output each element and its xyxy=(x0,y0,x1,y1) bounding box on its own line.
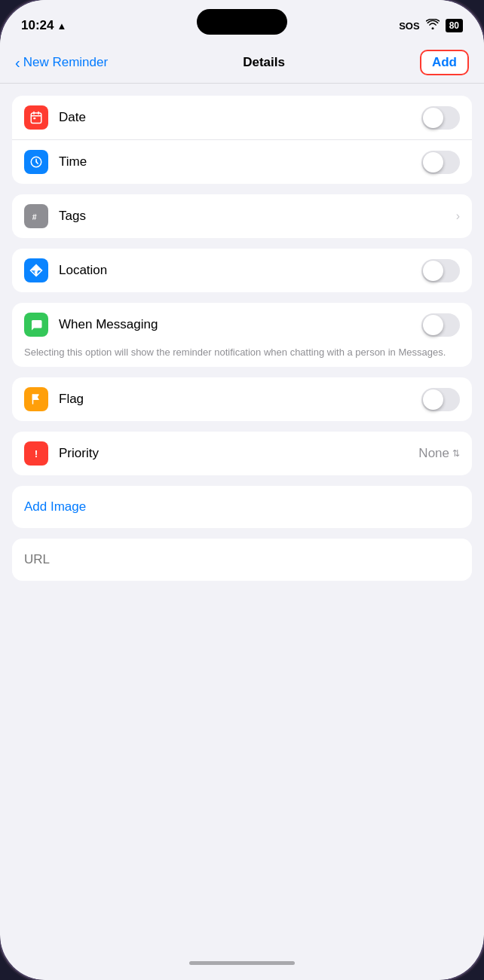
flag-label: Flag xyxy=(59,392,421,407)
location-label: Location xyxy=(59,263,421,278)
content-area: Date Time xyxy=(0,84,484,593)
status-right: SOS 80 xyxy=(399,19,463,32)
url-input[interactable] xyxy=(12,539,472,581)
phone-screen: 10:24 ▲ SOS 80 xyxy=(0,0,484,980)
add-button[interactable]: Add xyxy=(420,50,469,75)
svg-text:#: # xyxy=(32,212,37,221)
wifi-icon xyxy=(426,19,440,32)
flag-card: Flag xyxy=(12,377,472,421)
time-label: Time xyxy=(59,154,421,169)
back-chevron-icon: ‹ xyxy=(15,54,20,72)
nav-back-button[interactable]: ‹ New Reminder xyxy=(15,54,108,72)
when-messaging-toggle[interactable] xyxy=(421,313,460,337)
add-image-button[interactable]: Add Image xyxy=(24,499,86,514)
date-label: Date xyxy=(59,110,421,125)
tags-icon: # xyxy=(24,204,48,228)
time-row[interactable]: Time xyxy=(12,139,472,184)
date-icon xyxy=(24,105,48,130)
flag-toggle[interactable] xyxy=(421,388,460,411)
date-row[interactable]: Date xyxy=(12,96,472,139)
back-label: New Reminder xyxy=(23,55,108,70)
tags-card: # Tags › xyxy=(12,194,472,238)
when-messaging-label: When Messaging xyxy=(59,317,421,332)
page-title: Details xyxy=(243,55,285,70)
when-messaging-row[interactable]: When Messaging xyxy=(12,303,472,347)
battery-indicator: 80 xyxy=(446,19,463,32)
flag-row[interactable]: Flag xyxy=(12,377,472,421)
date-time-card: Date Time xyxy=(12,96,472,184)
date-toggle[interactable] xyxy=(421,106,460,130)
flag-icon xyxy=(24,387,48,411)
sos-badge: SOS xyxy=(399,20,419,32)
priority-icon: ! xyxy=(24,441,48,466)
tags-row[interactable]: # Tags › xyxy=(12,194,472,238)
svg-rect-0 xyxy=(31,113,41,124)
when-messaging-icon xyxy=(24,313,48,337)
location-icon: ▲ xyxy=(57,20,66,32)
status-time: 10:24 ▲ xyxy=(21,18,66,33)
home-indicator xyxy=(189,961,295,965)
dynamic-island xyxy=(197,9,287,35)
location-card: Location xyxy=(12,249,472,292)
when-messaging-card: When Messaging Selecting this option wil… xyxy=(12,303,472,367)
location-toggle[interactable] xyxy=(421,259,460,282)
priority-row[interactable]: ! Priority None ⇅ xyxy=(12,432,472,475)
location-icon xyxy=(24,258,48,282)
phone-frame: 10:24 ▲ SOS 80 xyxy=(0,0,484,980)
tags-chevron-icon: › xyxy=(456,209,460,223)
time-toggle[interactable] xyxy=(421,151,460,174)
priority-value-display: None ⇅ xyxy=(418,446,460,461)
url-card xyxy=(12,539,472,581)
location-row[interactable]: Location xyxy=(12,249,472,292)
svg-rect-1 xyxy=(33,118,35,119)
tags-label: Tags xyxy=(59,209,456,224)
time-icon xyxy=(24,150,48,174)
priority-label: Priority xyxy=(59,446,418,461)
priority-card: ! Priority None ⇅ xyxy=(12,432,472,475)
priority-updown-icon: ⇅ xyxy=(452,448,460,459)
add-image-row[interactable]: Add Image xyxy=(12,486,472,528)
svg-text:!: ! xyxy=(35,448,38,459)
add-image-card: Add Image xyxy=(12,486,472,528)
when-messaging-subtext: Selecting this option will show the remi… xyxy=(12,347,472,367)
nav-bar: ‹ New Reminder Details Add xyxy=(0,41,484,84)
